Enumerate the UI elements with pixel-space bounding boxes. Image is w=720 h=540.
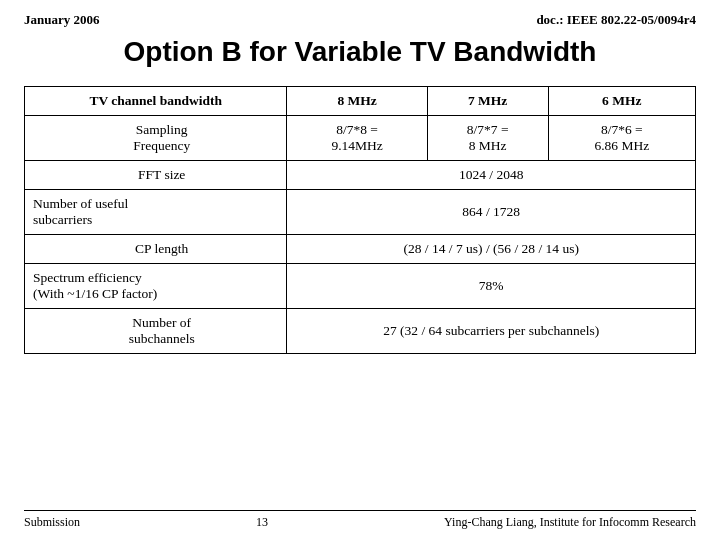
- row-5-value: 27 (32 / 64 subcarriers per subchannels): [287, 309, 696, 354]
- row-0-col1: 8/7*8 =9.14MHz: [287, 116, 427, 161]
- col-header-3: 6 MHz: [548, 87, 696, 116]
- header-right: doc.: IEEE 802.22-05/0094r4: [536, 12, 696, 28]
- table-row: SamplingFrequency 8/7*8 =9.14MHz 8/7*7 =…: [25, 116, 696, 161]
- row-5-label: Number ofsubchannels: [25, 309, 287, 354]
- row-4-value: 78%: [287, 264, 696, 309]
- footer-right: Ying-Chang Liang, Institute for Infocomm…: [444, 515, 696, 530]
- col-header-0: TV channel bandwidth: [25, 87, 287, 116]
- table-header-row: TV channel bandwidth 8 MHz 7 MHz 6 MHz: [25, 87, 696, 116]
- row-2-label: Number of usefulsubcarriers: [25, 190, 287, 235]
- row-1-label: FFT size: [25, 161, 287, 190]
- table-row: CP length (28 / 14 / 7 us) / (56 / 28 / …: [25, 235, 696, 264]
- table-row: FFT size 1024 / 2048: [25, 161, 696, 190]
- row-0-col3: 8/7*6 =6.86 MHz: [548, 116, 696, 161]
- row-3-label: CP length: [25, 235, 287, 264]
- header-left: January 2006: [24, 12, 99, 28]
- footer: Submission 13 Ying-Chang Liang, Institut…: [24, 510, 696, 530]
- row-0-col2: 8/7*7 =8 MHz: [427, 116, 548, 161]
- row-4-label: Spectrum efficiency(With ~1/16 CP factor…: [25, 264, 287, 309]
- col-header-2: 7 MHz: [427, 87, 548, 116]
- row-0-label: SamplingFrequency: [25, 116, 287, 161]
- header: January 2006 doc.: IEEE 802.22-05/0094r4: [24, 12, 696, 28]
- footer-left: Submission: [24, 515, 80, 530]
- col-header-1: 8 MHz: [287, 87, 427, 116]
- row-2-value: 864 / 1728: [287, 190, 696, 235]
- row-3-value: (28 / 14 / 7 us) / (56 / 28 / 14 us): [287, 235, 696, 264]
- main-table: TV channel bandwidth 8 MHz 7 MHz 6 MHz S…: [24, 86, 696, 354]
- page-title: Option B for Variable TV Bandwidth: [24, 36, 696, 68]
- table-row: Spectrum efficiency(With ~1/16 CP factor…: [25, 264, 696, 309]
- row-1-value: 1024 / 2048: [287, 161, 696, 190]
- footer-center: 13: [256, 515, 268, 530]
- table-row: Number of usefulsubcarriers 864 / 1728: [25, 190, 696, 235]
- table-wrapper: TV channel bandwidth 8 MHz 7 MHz 6 MHz S…: [24, 86, 696, 500]
- page: January 2006 doc.: IEEE 802.22-05/0094r4…: [0, 0, 720, 540]
- table-row: Number ofsubchannels 27 (32 / 64 subcarr…: [25, 309, 696, 354]
